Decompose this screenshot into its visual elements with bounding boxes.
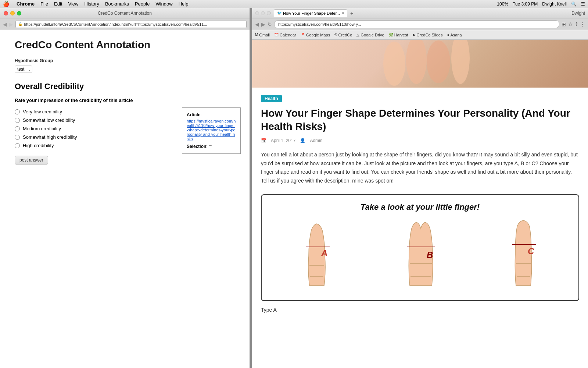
radio-label-somewhat-low: Somewhat low credibility xyxy=(23,117,75,123)
tab-close-icon[interactable]: ✕ xyxy=(341,11,344,15)
menu-bookmarks[interactable]: Bookmarks xyxy=(105,1,129,7)
radio-input-somewhat-low[interactable] xyxy=(15,118,20,123)
menu-chrome[interactable]: Chrome xyxy=(17,1,35,7)
finger-c-svg: C xyxy=(505,219,542,293)
windows-container: CredCo Content Annotation ◀ ▶ 🔒 https://… xyxy=(0,8,588,368)
bookmark-label-credco-slides: CredCo Slides xyxy=(417,33,443,37)
bookmark-calendar[interactable]: 📅 Calendar xyxy=(274,33,296,37)
radio-label-very-low: Very low credibility xyxy=(23,109,62,114)
selection-value: "" xyxy=(209,144,212,149)
right-maximize-btn[interactable] xyxy=(267,11,271,15)
app-title: CredCo Content Annotation xyxy=(15,39,235,51)
menu-view[interactable]: View xyxy=(68,1,78,7)
apple-menu[interactable]: 🍎 xyxy=(3,1,9,7)
radio-input-somewhat-high[interactable] xyxy=(15,135,20,140)
bookmark-asana[interactable]: ● Asana xyxy=(447,33,462,37)
bookmark-label-asana: Asana xyxy=(451,33,462,37)
bookmark-credco-slides[interactable]: ▶ CredCo Slides xyxy=(413,33,443,37)
user-profile[interactable]: Dwight xyxy=(571,11,585,16)
hypothesis-select[interactable]: test xyxy=(15,66,32,73)
right-url-bar[interactable]: https://mysticalraven.com/health/5110/ho… xyxy=(274,20,559,28)
traffic-lights xyxy=(4,11,21,15)
post-answer-button[interactable]: post answer xyxy=(15,156,48,164)
menu-window[interactable]: Window xyxy=(155,1,172,7)
browser-tab-active[interactable]: 🐦 How Your Finger Shape Deter... ✕ xyxy=(274,9,347,17)
radio-label-somewhat-high: Somewhat high credibility xyxy=(23,134,77,140)
new-tab-button[interactable]: + xyxy=(349,10,355,16)
radio-label-high: High credibility xyxy=(23,143,54,148)
right-close-btn[interactable] xyxy=(255,11,259,15)
menu-edit[interactable]: Edit xyxy=(54,1,62,7)
finger-c: C xyxy=(505,219,542,293)
gmail-icon: M xyxy=(255,33,258,37)
asana-icon: ● xyxy=(447,33,449,37)
menu-help[interactable]: Help xyxy=(179,1,189,7)
article-author: Admin xyxy=(310,138,322,143)
bookmark-gmail[interactable]: M Gmail xyxy=(255,33,270,37)
back-btn[interactable]: ◀ xyxy=(3,21,7,27)
url-text: https://jonudell.info/h/CredCoContentAnn… xyxy=(24,22,207,26)
menu-people[interactable]: People xyxy=(135,1,150,7)
health-badge[interactable]: Health xyxy=(261,95,282,102)
right-url-text: https://mysticalraven.com/health/5110/ho… xyxy=(278,22,361,26)
bookmark-credco[interactable]: © CredCo xyxy=(334,33,352,37)
article-link[interactable]: https://mysticalraven.com/health/5110/ho… xyxy=(187,119,236,141)
bookmark-star-icon[interactable]: ☆ xyxy=(568,21,573,27)
left-address-bar[interactable]: 🔒 https://jonudell.info/h/CredCoContentA… xyxy=(15,21,247,28)
radio-input-high[interactable] xyxy=(15,143,20,148)
hypothesis-select-wrapper: test xyxy=(15,66,235,73)
bookmark-maps[interactable]: 📍 Google Maps xyxy=(301,33,330,37)
svg-text:A: A xyxy=(321,248,327,258)
finger-box-title: Take a look at your little finger! xyxy=(269,202,571,212)
calendar-icon: 📅 xyxy=(274,33,279,37)
bookmark-label-harvest: Harvest xyxy=(394,33,408,37)
more-icon[interactable]: ⋮ xyxy=(580,21,585,27)
bookmark-harvest[interactable]: 🌿 Harvest xyxy=(389,33,408,37)
tab-title: How Your Finger Shape Deter... xyxy=(283,11,340,15)
slides-icon: ▶ xyxy=(413,33,416,37)
article-content: Health How Your Finger Shape Determines … xyxy=(252,40,588,368)
maximize-button[interactable] xyxy=(17,11,21,15)
svg-point-3 xyxy=(451,40,470,84)
refresh-button[interactable]: ↻ xyxy=(268,21,272,27)
share-icon[interactable]: ⤴ xyxy=(575,21,578,27)
svg-text:C: C xyxy=(528,246,534,256)
left-content: CredCo Content Annotation Hypothesis Gro… xyxy=(0,30,250,368)
gdrive-icon: △ xyxy=(356,33,359,37)
menu-history[interactable]: History xyxy=(84,1,99,7)
right-window: 🐦 How Your Finger Shape Deter... ✕ + Dwi… xyxy=(252,8,588,368)
article-box-title: Article xyxy=(187,112,200,117)
maps-icon: 📍 xyxy=(301,33,305,37)
forward-btn[interactable]: ▶ xyxy=(9,21,13,27)
right-titlebar: 🐦 How Your Finger Shape Deter... ✕ + Dwi… xyxy=(252,8,588,18)
forward-button[interactable]: ▶ xyxy=(261,21,265,27)
close-button[interactable] xyxy=(4,11,8,15)
finger-a-svg: A xyxy=(298,219,335,293)
right-minimize-btn[interactable] xyxy=(261,11,265,15)
radio-input-medium[interactable] xyxy=(15,126,20,131)
author-icon: 👤 xyxy=(300,138,305,143)
mac-menubar: 🍎 Chrome File Edit View History Bookmark… xyxy=(0,0,588,8)
bookmark-label-calendar: Calendar xyxy=(280,33,296,37)
notifications-icon[interactable]: ☰ xyxy=(581,1,585,7)
overall-credibility-heading: Overall Credibility xyxy=(15,82,235,91)
time-display: Tue 3:09 PM xyxy=(513,1,538,7)
menubar-right: 100% Tue 3:09 PM Dwight Knell 🔍 ☰ xyxy=(497,1,585,7)
lock-icon: 🔒 xyxy=(18,22,22,26)
bookmark-label-gdrive: Google Drive xyxy=(361,33,384,37)
back-button[interactable]: ◀ xyxy=(255,21,259,27)
article-meta: 📅 April 1, 2017 👤 Admin xyxy=(261,138,579,143)
menu-file[interactable]: File xyxy=(40,1,48,7)
finger-a: A xyxy=(298,219,335,293)
extensions-icon[interactable]: ⊞ xyxy=(562,21,566,27)
radio-input-very-low[interactable] xyxy=(15,109,20,114)
bookmark-gdrive[interactable]: △ Google Drive xyxy=(356,33,384,37)
bookmark-label-credco: CredCo xyxy=(338,33,352,37)
article-text: You can tell a lot about a person just b… xyxy=(261,151,579,185)
bookmark-label-maps: Google Maps xyxy=(306,33,330,37)
header-decoration xyxy=(365,40,475,88)
hypothesis-group-label: Hypothesis Group xyxy=(15,58,235,63)
minimize-button[interactable] xyxy=(10,11,15,15)
search-icon[interactable]: 🔍 xyxy=(571,1,577,7)
type-a-label: Type A xyxy=(261,307,579,313)
